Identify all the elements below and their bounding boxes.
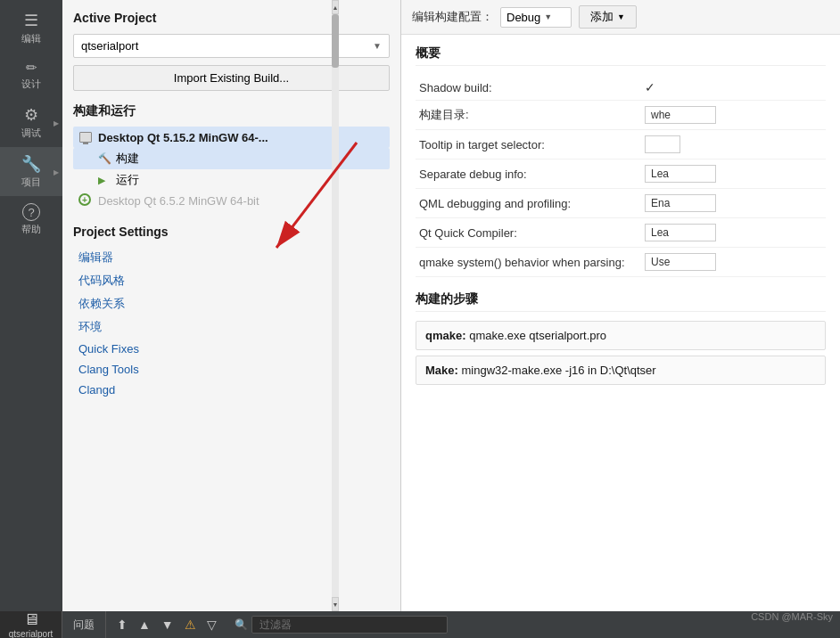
bottom-down-arrow-icon[interactable]: ▼ bbox=[158, 616, 177, 634]
kit1-container: Desktop Qt 5.15.2 MinGW 64-... 🔨 构建 ▶ 运行 bbox=[73, 127, 390, 191]
settings-list: 编辑器 代码风格 依赖关系 环境 Quick Fixes Clang Tools… bbox=[73, 246, 390, 400]
table-row: Shadow build: ✓ bbox=[416, 75, 826, 101]
sidebar-item-project[interactable]: 🔧 项目 ▶ bbox=[0, 147, 62, 196]
table-row: QML debugging and profiling: Ena bbox=[416, 189, 826, 218]
kit2-label: Desktop Qt 6.5.2 MinGW 64-bit bbox=[98, 194, 259, 208]
kit1-item[interactable]: Desktop Qt 5.15.2 MinGW 64-... bbox=[73, 127, 390, 148]
bottom-watermark: CSDN @MAR-Sky bbox=[751, 611, 840, 638]
build-run-title: 构建和运行 bbox=[73, 103, 390, 119]
config-dropdown[interactable]: Debug ▼ bbox=[500, 7, 572, 28]
sidebar-item-edit[interactable]: ☰ 编辑 bbox=[0, 4, 62, 53]
run-sub-label: 运行 bbox=[116, 172, 139, 188]
help-icon: ? bbox=[22, 203, 40, 221]
chevron-right-icon: ▶ bbox=[54, 119, 59, 127]
settings-env[interactable]: 环境 bbox=[73, 315, 390, 339]
bottom-actions: ⬆ ▲ ▼ ⚠ ▽ bbox=[106, 611, 227, 638]
shadow-build-value[interactable]: ✓ bbox=[641, 75, 826, 101]
middle-scrollbar[interactable]: ▲ ▼ bbox=[332, 0, 339, 611]
table-row: Tooltip in target selector: bbox=[416, 130, 826, 160]
sidebar-item-label-edit: 编辑 bbox=[21, 32, 41, 45]
run-icon: ▶ bbox=[98, 175, 111, 186]
qt-quick-compiler-label: Qt Quick Compiler: bbox=[416, 218, 641, 248]
sidebar-item-design[interactable]: ✏ 设计 bbox=[0, 53, 62, 98]
settings-clang-tools[interactable]: Clang Tools bbox=[73, 359, 390, 380]
qt-quick-compiler-value[interactable]: Lea bbox=[641, 218, 826, 248]
run-sub-item[interactable]: ▶ 运行 bbox=[73, 169, 390, 191]
gear-icon: ⚙ bbox=[24, 105, 38, 125]
settings-editor[interactable]: 编辑器 bbox=[73, 246, 390, 269]
project-dropdown-value: qtserialport bbox=[81, 39, 138, 53]
qmake-cmd-args: qmake.exe qtserialport.pro bbox=[469, 329, 606, 342]
tooltip-selector-value[interactable] bbox=[641, 130, 826, 160]
build-dir-input[interactable]: whe bbox=[645, 106, 716, 124]
bottom-warning-icon[interactable]: ⚠ bbox=[181, 616, 200, 634]
bottom-filter-icon[interactable]: ▽ bbox=[203, 616, 220, 634]
build-dir-value[interactable]: whe bbox=[641, 101, 826, 130]
bottom-up-arrow-icon[interactable]: ▲ bbox=[135, 616, 154, 634]
filter-input[interactable] bbox=[251, 616, 448, 634]
dropdown-arrow-icon: ▼ bbox=[373, 41, 382, 51]
hammer-sub-icon: 🔨 bbox=[98, 152, 111, 165]
sidebar-item-help[interactable]: ? 帮助 bbox=[0, 196, 62, 243]
qml-debug-input[interactable]: Ena bbox=[645, 194, 716, 212]
scroll-down-btn[interactable]: ▼ bbox=[332, 597, 339, 611]
project-dropdown[interactable]: qtserialport ▼ bbox=[73, 34, 390, 58]
scroll-track bbox=[332, 14, 339, 597]
table-row: Separate debug info: Lea bbox=[416, 160, 826, 189]
checkbox-checked-icon: ✓ bbox=[645, 80, 655, 94]
qmake-behavior-value[interactable]: Use bbox=[641, 248, 826, 277]
wrench-icon: 🔧 bbox=[21, 154, 41, 174]
right-content-area[interactable]: 概要 Shadow build: ✓ 构建目录: whe bbox=[401, 35, 840, 611]
kit2-item: + Desktop Qt 6.5.2 MinGW 64-bit bbox=[73, 191, 390, 210]
build-sub-label: 构建 bbox=[116, 151, 139, 167]
bottom-project-name: qtserialport bbox=[9, 629, 53, 638]
table-row: Qt Quick Compiler: Lea bbox=[416, 218, 826, 248]
import-existing-build-button[interactable]: Import Existing Build... bbox=[73, 65, 390, 91]
top-toolbar: 编辑构建配置： Debug ▼ 添加 ▼ bbox=[401, 0, 840, 35]
chevron-right-icon-2: ▶ bbox=[54, 168, 59, 176]
sidebar-item-label-project: 项目 bbox=[21, 176, 41, 189]
qmake-behavior-input[interactable]: Use bbox=[645, 253, 716, 271]
settings-quick-fixes[interactable]: Quick Fixes bbox=[73, 339, 390, 359]
active-project-title: Active Project bbox=[73, 11, 390, 25]
add-btn-arrow-icon: ▼ bbox=[617, 12, 625, 21]
search-icon: 🔍 bbox=[235, 618, 248, 631]
build-step-make[interactable]: Make: mingw32-make.exe -j16 in D:\Qt\qts… bbox=[416, 356, 826, 385]
make-cmd-args: mingw32-make.exe -j16 in D:\Qt\qtser bbox=[461, 364, 655, 377]
scroll-up-btn[interactable]: ▲ bbox=[332, 0, 339, 14]
table-row: qmake system() behavior when parsing: Us… bbox=[416, 248, 826, 277]
tooltip-selector-label: Tooltip in target selector: bbox=[416, 130, 641, 160]
sidebar-item-debug[interactable]: ⚙ 调试 ▶ bbox=[0, 98, 62, 147]
qmake-behavior-label: qmake system() behavior when parsing: bbox=[416, 248, 641, 277]
right-panel: 编辑构建配置： Debug ▼ 添加 ▼ 概要 Shadow build: ✓ bbox=[401, 0, 840, 611]
qt-quick-compiler-input[interactable]: Lea bbox=[645, 224, 716, 241]
bottom-tab-problems[interactable]: 问题 bbox=[62, 611, 106, 638]
sidebar-item-label-help: 帮助 bbox=[21, 223, 41, 236]
bottom-filter-area: 🔍 bbox=[227, 611, 751, 638]
qmake-cmd-label: qmake: bbox=[425, 329, 466, 342]
overview-table: Shadow build: ✓ 构建目录: whe Tooltip in tar… bbox=[416, 75, 826, 277]
bottom-project-label: 🖥 qtserialport bbox=[0, 611, 62, 638]
settings-deps[interactable]: 依赖关系 bbox=[73, 292, 390, 315]
qml-debug-value[interactable]: Ena bbox=[641, 189, 826, 218]
qml-debug-label: QML debugging and profiling: bbox=[416, 189, 641, 218]
settings-code-style[interactable]: 代码风格 bbox=[73, 269, 390, 292]
bottom-person-icon[interactable]: ⬆ bbox=[113, 616, 131, 634]
sidebar-item-label-debug: 调试 bbox=[21, 127, 41, 140]
build-step-qmake[interactable]: qmake: qmake.exe qtserialport.pro bbox=[416, 321, 826, 350]
sep-debug-value[interactable]: Lea bbox=[641, 160, 826, 189]
config-label: 编辑构建配置： bbox=[412, 9, 493, 25]
build-steps-title: 构建的步骤 bbox=[416, 291, 826, 312]
settings-clangd[interactable]: Clangd bbox=[73, 380, 390, 400]
plus-circle-icon: + bbox=[78, 193, 93, 208]
make-cmd-label: Make: bbox=[425, 364, 458, 377]
tooltip-input[interactable] bbox=[645, 135, 680, 153]
middle-scroll-area[interactable]: Active Project qtserialport ▼ Import Exi… bbox=[62, 0, 400, 611]
build-sub-item[interactable]: 🔨 构建 bbox=[73, 148, 390, 169]
shadow-build-label: Shadow build: bbox=[416, 75, 641, 101]
add-config-button[interactable]: 添加 ▼ bbox=[579, 5, 637, 29]
sep-debug-input[interactable]: Lea bbox=[645, 165, 716, 183]
sep-debug-label: Separate debug info: bbox=[416, 160, 641, 189]
design-icon: ✏ bbox=[26, 60, 37, 76]
monitor-bottom-icon: 🖥 bbox=[23, 610, 39, 629]
